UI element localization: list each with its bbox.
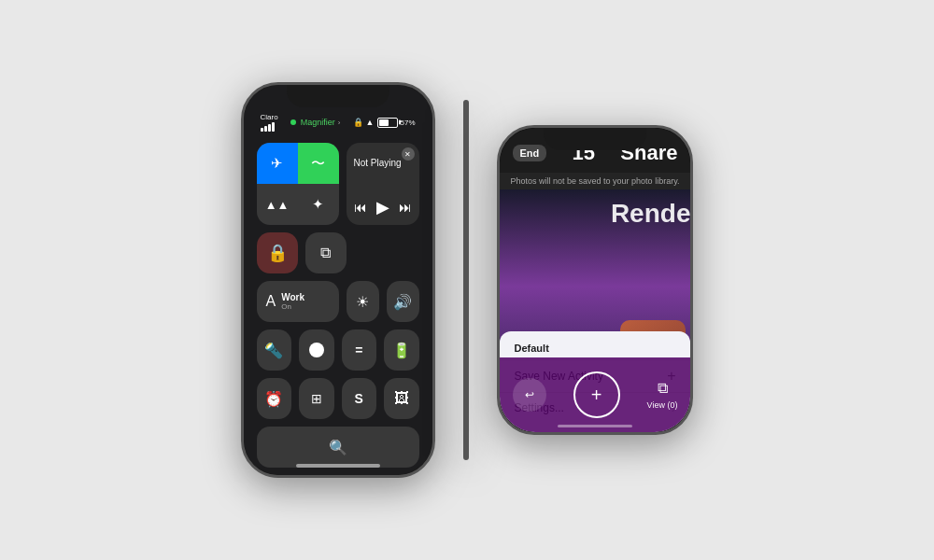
wifi-btn[interactable]: 〜 (298, 143, 339, 184)
torch-icon: 🔦 (264, 342, 283, 359)
not-playing-label: Not Playing (354, 150, 402, 168)
battery-status: 🔒 ▲ 57% (353, 118, 416, 128)
screen-mirror-btn[interactable]: ⧉ (305, 232, 347, 273)
qr-scanner-btn[interactable]: ⊞ (299, 378, 334, 419)
phone3-screen: End 15 Share Photos will not be saved to… (500, 128, 691, 432)
volume-icon: 🔊 (393, 293, 412, 311)
clock-icon: ⏰ (264, 390, 283, 408)
cell-btn[interactable]: ▲▲ (257, 184, 298, 225)
calculator-btn[interactable]: = (342, 329, 377, 371)
airplane-icon: ✈ (271, 155, 283, 172)
chevron-right-icon: › (338, 119, 341, 127)
battery-widget-icon: 🔋 (392, 342, 411, 359)
media-close-btn[interactable]: ✕ (402, 147, 415, 161)
qr-icon: ⊞ (311, 391, 322, 406)
carrier-signal: Claro (261, 113, 278, 132)
render-text: Rende (611, 199, 691, 229)
phone1-screen: Claro Magnifier › 🔒 ▲ 57% (244, 85, 432, 475)
prev-track-btn[interactable]: ⏮ (354, 200, 367, 215)
shazam-icon: S (355, 391, 363, 406)
phone2-frame: How To How to Find Y Password in i and S… (463, 100, 469, 460)
warning-bar: Photos will not be saved to your photo l… (500, 173, 691, 189)
clock-btn[interactable]: ⏰ (257, 378, 292, 419)
volume-tile[interactable]: 🔊 (387, 281, 419, 322)
battery-icon (377, 118, 398, 128)
phone3-back-btn[interactable]: ↩ (513, 378, 546, 412)
phone3-home-indicator (558, 425, 632, 427)
screen-lock-btn[interactable]: 🔒 (257, 232, 298, 273)
bluetooth-icon: ✦ (312, 196, 324, 213)
brightness-tile[interactable]: ☀ (347, 281, 379, 322)
menu-title: Default (500, 341, 691, 359)
home-indicator (296, 464, 380, 468)
phone3-capture-btn[interactable]: + (573, 371, 620, 418)
connectivity-tile[interactable]: ✈ 〜 ▲▲ ✦ (257, 143, 339, 225)
phone3-notch (544, 128, 646, 150)
cc-row-3: A Work On ☀ 🔊 (257, 281, 419, 322)
cc-row-4: 🔦 = 🔋 (257, 329, 419, 371)
screen-record-btn[interactable] (299, 329, 334, 371)
control-center-grid: ✈ 〜 ▲▲ ✦ ✕ Not Playing (244, 135, 432, 475)
airplane-mode-btn[interactable]: ✈ (257, 143, 298, 184)
phone3-back-icon: ↩ (525, 388, 534, 401)
brightness-icon: ☀ (356, 293, 369, 311)
record-icon (309, 343, 324, 357)
plus-capture-icon: + (591, 385, 602, 406)
phone1-notch (287, 85, 389, 107)
phone1-frame: Claro Magnifier › 🔒 ▲ 57% (241, 82, 435, 478)
signal-bars (261, 122, 278, 132)
mirror-icon: ⧉ (320, 245, 331, 261)
bluetooth-btn[interactable]: ✦ (298, 184, 339, 225)
focus-sub: On (281, 302, 304, 311)
battery-fill (379, 119, 389, 126)
cc-row-2: 🔒 ⧉ (257, 232, 419, 273)
cc-row-1: ✈ 〜 ▲▲ ✦ ✕ Not Playing (257, 143, 419, 225)
carrier-name: Claro (261, 113, 278, 121)
wifi-status-icon: ▲ (366, 118, 375, 127)
focus-label: Work (281, 292, 304, 302)
magnifier-icon: 🔍 (329, 439, 347, 456)
shazam-btn[interactable]: S (342, 378, 377, 419)
photo-btn[interactable]: 🖼 (384, 378, 419, 419)
view-btn-container[interactable]: ⧉ View (0) (647, 380, 678, 410)
wifi-icon: 〜 (311, 155, 325, 173)
cc-row-5: ⏰ ⊞ S 🖼 (257, 378, 419, 419)
lock-rotation-icon: 🔒 (267, 243, 288, 263)
lock-icon: 🔒 (353, 118, 363, 127)
cc-row-6: 🔍 (257, 427, 419, 468)
next-track-btn[interactable]: ⏭ (399, 200, 412, 215)
photo-icon: 🖼 (394, 390, 409, 407)
magnifier-label: Magnifier › (290, 118, 341, 127)
media-player-tile[interactable]: ✕ Not Playing ⏮ ▶ ⏭ (347, 143, 419, 225)
torch-btn[interactable]: 🔦 (257, 329, 292, 371)
calc-icon: = (355, 343, 362, 357)
magnifier-btn[interactable]: 🔍 (257, 427, 419, 468)
phone3-controls: ↩ + ⧉ View (0) (500, 357, 691, 432)
phone3-frame: End 15 Share Photos will not be saved to… (497, 125, 694, 435)
focus-icon: A (266, 293, 276, 310)
focus-tile[interactable]: A Work On (257, 281, 339, 322)
cellular-icon: ▲▲ (265, 198, 290, 212)
green-dot (290, 119, 296, 125)
end-btn[interactable]: End (513, 145, 547, 161)
battery-pct: 57% (401, 119, 416, 127)
battery-widget-btn[interactable]: 🔋 (384, 329, 419, 371)
view-btn-label: View (0) (647, 400, 678, 410)
play-pause-btn[interactable]: ▶ (376, 197, 389, 217)
gallery-icon2: ⧉ (658, 380, 668, 397)
media-controls: ⏮ ▶ ⏭ (354, 193, 412, 217)
